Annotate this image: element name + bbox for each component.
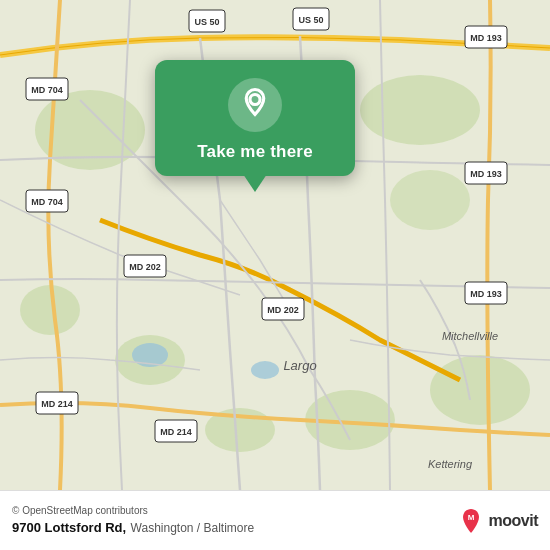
svg-point-36 — [250, 94, 260, 104]
map-view: US 50 US 50 MD 193 MD 193 MD 193 MD 704 … — [0, 0, 550, 490]
moovit-icon: M — [457, 507, 485, 535]
pin-icon-wrap — [228, 78, 282, 132]
moovit-logo: M moovit — [457, 507, 538, 535]
svg-text:Kettering: Kettering — [428, 458, 473, 470]
location-pin-icon — [240, 87, 270, 124]
moovit-wordmark: moovit — [489, 512, 538, 530]
address-line: 9700 Lottsford Rd, — [12, 520, 126, 535]
bottom-info-bar: © OpenStreetMap contributors 9700 Lottsf… — [0, 490, 550, 550]
svg-text:Largo: Largo — [283, 358, 316, 373]
svg-point-10 — [251, 361, 279, 379]
svg-text:MD 193: MD 193 — [470, 289, 502, 299]
svg-text:MD 193: MD 193 — [470, 169, 502, 179]
svg-text:M: M — [467, 513, 474, 522]
svg-point-8 — [390, 170, 470, 230]
svg-point-2 — [360, 75, 480, 145]
svg-text:Mitchellville: Mitchellville — [442, 330, 498, 342]
address-block: 9700 Lottsford Rd, Washington / Baltimor… — [12, 518, 254, 536]
destination-popup[interactable]: Take me there — [155, 60, 355, 176]
osm-attribution: © OpenStreetMap contributors — [12, 505, 254, 516]
svg-text:MD 214: MD 214 — [160, 427, 192, 437]
svg-text:MD 193: MD 193 — [470, 33, 502, 43]
svg-text:MD 214: MD 214 — [41, 399, 73, 409]
svg-text:US 50: US 50 — [194, 17, 219, 27]
svg-text:MD 704: MD 704 — [31, 85, 63, 95]
svg-text:US 50: US 50 — [298, 15, 323, 25]
svg-text:MD 202: MD 202 — [129, 262, 161, 272]
svg-text:MD 202: MD 202 — [267, 305, 299, 315]
take-me-there-button[interactable]: Take me there — [197, 142, 313, 162]
svg-text:MD 704: MD 704 — [31, 197, 63, 207]
address-section: © OpenStreetMap contributors 9700 Lottsf… — [12, 505, 254, 536]
city-line: Washington / Baltimore — [131, 521, 255, 535]
svg-point-5 — [430, 355, 530, 425]
